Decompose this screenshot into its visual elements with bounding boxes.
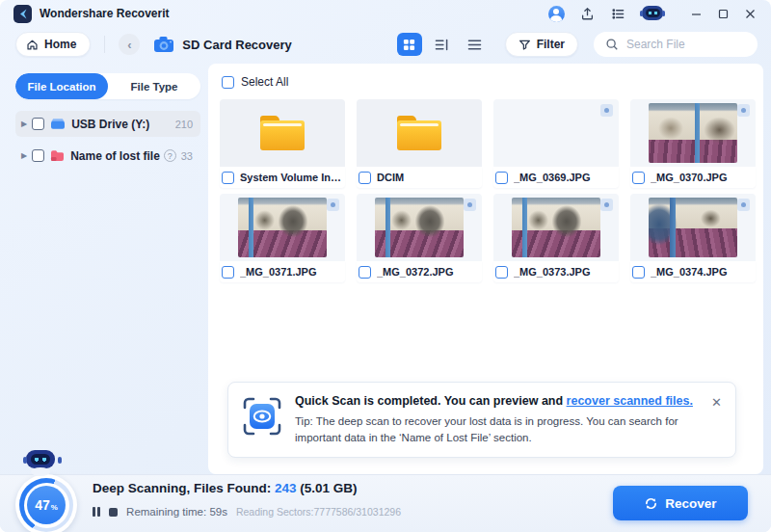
file-name: _MG_0370.JPG: [651, 172, 728, 183]
photo-item[interactable]: _MG_0369.JPG: [493, 99, 619, 188]
notification-close-icon[interactable]: ✕: [711, 396, 722, 445]
file-checkbox[interactable]: [495, 266, 508, 279]
minimize-button[interactable]: [684, 4, 707, 23]
photo-preview: [649, 103, 737, 163]
mascot-robot-icon: [23, 450, 62, 477]
file-checkbox[interactable]: [495, 172, 508, 184]
task-list-button[interactable]: [609, 5, 626, 22]
maximize-button[interactable]: [711, 4, 734, 23]
folder-thumbnail: [220, 99, 345, 167]
preview-eye-icon[interactable]: [327, 199, 339, 211]
file-label-row: System Volume Inf...: [220, 167, 345, 188]
photo-item[interactable]: _MG_0373.JPG: [493, 194, 619, 282]
file-checkbox[interactable]: [632, 266, 645, 279]
help-icon[interactable]: ?: [164, 149, 176, 162]
tab-file-location[interactable]: File Location: [15, 73, 108, 99]
file-label-row: _MG_0374.JPG: [630, 261, 756, 282]
scan-status-text: Deep Scanning, Files Found: 243 (5.01 GB…: [93, 481, 358, 495]
folder-thumbnail: [357, 99, 482, 167]
home-icon: [26, 39, 39, 51]
photo-thumbnail: [630, 194, 756, 261]
preview-eye-icon[interactable]: [464, 199, 476, 211]
usb-drive-label: USB Drive (Y:): [71, 118, 149, 131]
photo-thumbnail: [630, 99, 756, 167]
file-checkbox[interactable]: [359, 266, 371, 279]
robot-icon: [640, 5, 665, 22]
expand-caret-icon[interactable]: ▶: [21, 120, 27, 128]
share-button[interactable]: [578, 5, 596, 22]
list-icon: [611, 7, 625, 21]
folder-icon: [397, 116, 441, 150]
preview-eye-icon[interactable]: [737, 199, 750, 211]
recover-button[interactable]: Recover: [613, 486, 748, 520]
list-view-button[interactable]: [463, 33, 488, 56]
file-label-row: _MG_0373.JPG: [493, 261, 619, 282]
photo-item[interactable]: _MG_0374.JPG: [630, 194, 756, 282]
file-checkbox[interactable]: [359, 172, 371, 184]
select-all-checkbox[interactable]: [222, 76, 234, 89]
account-avatar[interactable]: [547, 5, 565, 22]
sidebar-item-lost-file[interactable]: ▶ Name of lost file ? 33: [15, 143, 200, 169]
recover-refresh-icon: [644, 496, 658, 511]
home-button[interactable]: Home: [15, 32, 91, 57]
select-all-row: Select All: [208, 64, 763, 89]
stop-button[interactable]: [109, 508, 118, 517]
photo-preview: [238, 198, 327, 257]
lost-file-label: Name of lost file: [70, 149, 160, 163]
sidebar: File Location File Type ▶ USB Drive (Y:)…: [15, 73, 200, 169]
assistant-robot-button[interactable]: [640, 5, 665, 22]
file-browser-panel: Select All System Volume Inf...DCIM_MG_0…: [208, 64, 763, 474]
scan-controls-row: Remaining time: 59s Reading Sectors:7777…: [93, 506, 401, 518]
file-label-row: _MG_0372.JPG: [357, 261, 482, 282]
filter-funnel-icon: [518, 39, 531, 51]
expand-caret-icon[interactable]: ▶: [21, 151, 27, 160]
photo-item[interactable]: _MG_0372.JPG: [357, 194, 482, 282]
file-grid: System Volume Inf...DCIM_MG_0369.JPG_MG_…: [220, 99, 763, 282]
pause-button[interactable]: [93, 507, 100, 517]
filter-button[interactable]: Filter: [505, 32, 578, 57]
file-checkbox[interactable]: [222, 266, 234, 279]
preview-eye-icon[interactable]: [600, 199, 613, 211]
search-box[interactable]: [594, 32, 758, 57]
photo-thumbnail: [493, 99, 619, 167]
file-label-row: _MG_0369.JPG: [493, 167, 619, 188]
file-checkbox[interactable]: [632, 172, 645, 184]
usb-drive-icon: [50, 118, 66, 130]
sidebar-item-usb-drive[interactable]: ▶ USB Drive (Y:) 210: [15, 111, 200, 137]
search-input[interactable]: [626, 38, 742, 51]
detail-view-button[interactable]: [430, 33, 455, 56]
file-name: DCIM: [377, 172, 404, 183]
preview-eye-icon[interactable]: [600, 104, 613, 117]
lost-file-checkbox[interactable]: [32, 149, 44, 162]
remaining-time-label: Remaining time:: [126, 506, 206, 518]
scan-preview-icon: [242, 396, 282, 445]
photo-preview: [649, 198, 737, 257]
photo-item[interactable]: _MG_0371.JPG: [220, 194, 345, 282]
folder-item[interactable]: System Volume Inf...: [220, 99, 345, 188]
sidebar-tabs: File Location File Type: [15, 73, 200, 99]
detail-view-icon: [435, 39, 449, 51]
photo-preview: [512, 198, 600, 257]
file-label-row: _MG_0370.JPG: [630, 167, 756, 188]
recover-scanned-files-link[interactable]: recover scanned files.: [567, 394, 693, 408]
lost-file-icon: [50, 149, 65, 162]
photo-item[interactable]: _MG_0370.JPG: [630, 99, 756, 188]
lost-file-count: 33: [181, 150, 193, 162]
close-button[interactable]: [738, 4, 761, 23]
file-checkbox[interactable]: [222, 172, 234, 184]
titlebar: Wondershare Recoverit: [0, 0, 771, 27]
tab-file-type[interactable]: File Type: [108, 73, 200, 99]
upload-icon: [580, 7, 595, 21]
notification-title: Quick Scan is completed. You can preview…: [295, 394, 563, 408]
preview-eye-icon[interactable]: [737, 104, 750, 117]
grid-view-button[interactable]: [397, 33, 422, 56]
back-button[interactable]: ‹: [119, 34, 140, 55]
file-name: System Volume Inf...: [240, 172, 341, 183]
photo-thumbnail: [493, 194, 619, 261]
notification-tip: Tip: The deep scan to recover your lost …: [295, 413, 699, 445]
usb-drive-checkbox[interactable]: [32, 118, 44, 130]
usb-drive-count: 210: [175, 119, 193, 130]
photo-preview: [512, 103, 600, 163]
folder-item[interactable]: DCIM: [357, 99, 482, 188]
files-found-size: (5.01 GB): [300, 481, 357, 495]
